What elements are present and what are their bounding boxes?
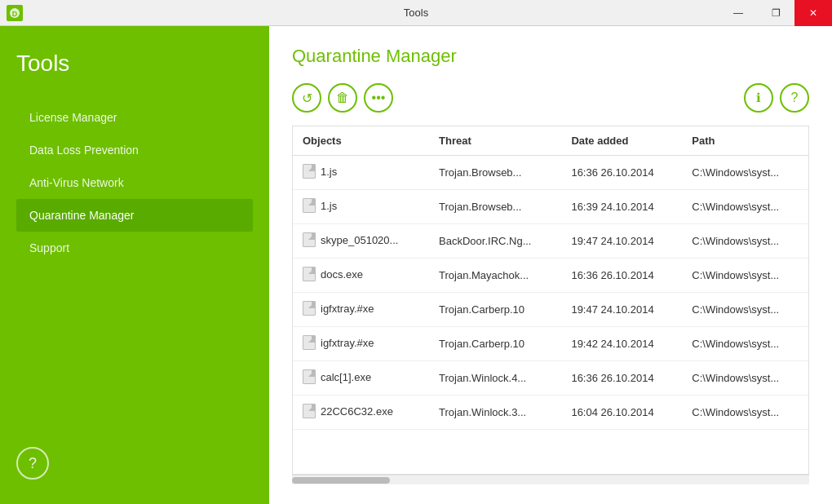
cell-date: 19:47 24.10.2014	[561, 293, 682, 327]
close-button[interactable]: ✕	[794, 0, 832, 26]
cell-threat: Trojan.Mayachok...	[429, 259, 561, 293]
table-row[interactable]: 22CC6C32.exe Trojan.Winlock.3... 16:04 2…	[293, 396, 808, 430]
file-icon	[303, 335, 316, 350]
cell-date: 16:36 26.10.2014	[561, 259, 682, 293]
cell-date: 19:42 24.10.2014	[561, 327, 682, 361]
horizontal-scrollbar[interactable]	[292, 475, 809, 484]
cell-threat: Trojan.Carberp.10	[429, 293, 561, 327]
toolbar: ↺ 🗑 ••• ℹ ?	[292, 83, 809, 113]
table-row[interactable]: docs.exe Trojan.Mayachok... 16:36 26.10.…	[293, 259, 808, 293]
window-title: Tools	[404, 7, 428, 19]
help-icon: ?	[29, 455, 37, 472]
cell-path: C:\Windows\syst...	[682, 293, 808, 327]
restore-icon: ↺	[302, 91, 312, 106]
col-objects: Objects	[293, 126, 429, 156]
cell-object: 22CC6C32.exe	[293, 396, 429, 430]
cell-path: C:\Windows\syst...	[682, 396, 808, 430]
col-threat: Threat	[429, 126, 561, 156]
table-header-row: Objects Threat Date added Path	[293, 126, 808, 156]
svg-text:D: D	[12, 10, 18, 18]
content-area: Quarantine Manager ↺ 🗑 ••• ℹ ?	[269, 26, 832, 504]
delete-button[interactable]: 🗑	[328, 83, 357, 113]
file-icon	[303, 164, 316, 179]
delete-icon: 🗑	[336, 91, 349, 105]
restore-button[interactable]: ↺	[292, 83, 321, 113]
window-controls: — ❐ ✕	[719, 0, 832, 26]
toolbar-left: ↺ 🗑 •••	[292, 83, 393, 113]
cell-date: 16:36 26.10.2014	[561, 361, 682, 396]
sidebar-help-button[interactable]: ?	[16, 447, 49, 480]
info-icon: ℹ	[756, 91, 761, 105]
cell-date: 16:36 26.10.2014	[561, 156, 682, 190]
cell-object: docs.exe	[293, 259, 429, 293]
cell-object: calc[1].exe	[293, 361, 429, 396]
cell-date: 16:39 24.10.2014	[561, 190, 682, 224]
titlebar-left: D	[0, 5, 29, 21]
table-row[interactable]: igfxtray.#xe Trojan.Carberp.10 19:47 24.…	[293, 293, 808, 327]
file-icon	[303, 404, 316, 418]
main-container: Tools License Manager Data Loss Preventi…	[0, 26, 832, 504]
cell-path: C:\Windows\syst...	[682, 190, 808, 224]
cell-object: igfxtray.#xe	[293, 293, 429, 327]
titlebar: D Tools — ❐ ✕	[0, 0, 832, 26]
file-icon	[303, 232, 316, 247]
table-row[interactable]: calc[1].exe Trojan.Winlock.4... 16:36 26…	[293, 361, 808, 396]
cell-path: C:\Windows\syst...	[682, 361, 808, 396]
more-icon: •••	[372, 91, 386, 105]
quarantine-table-container[interactable]: Objects Threat Date added Path 1.js Troj…	[292, 126, 809, 475]
restore-button[interactable]: ❐	[757, 0, 794, 26]
cell-path: C:\Windows\syst...	[682, 156, 808, 190]
table-row[interactable]: skype_051020... BackDoor.IRC.Ng... 19:47…	[293, 224, 808, 259]
scrollbar-thumb[interactable]	[292, 477, 390, 484]
file-icon	[303, 267, 316, 281]
col-path: Path	[682, 126, 808, 156]
table-row[interactable]: 1.js Trojan.Browseb... 16:36 26.10.2014 …	[293, 156, 808, 190]
cell-path: C:\Windows\syst...	[682, 327, 808, 361]
cell-threat: Trojan.Browseb...	[429, 156, 561, 190]
file-icon	[303, 301, 316, 316]
cell-path: C:\Windows\syst...	[682, 259, 808, 293]
sidebar-item-data-loss-prevention[interactable]: Data Loss Prevention	[16, 134, 253, 166]
app-icon: D	[7, 5, 23, 21]
table-row[interactable]: 1.js Trojan.Browseb... 16:39 24.10.2014 …	[293, 190, 808, 224]
cell-threat: Trojan.Carberp.10	[429, 327, 561, 361]
cell-object: skype_051020...	[293, 224, 429, 259]
cell-threat: BackDoor.IRC.Ng...	[429, 224, 561, 259]
cell-object: 1.js	[293, 190, 429, 224]
cell-threat: Trojan.Winlock.4...	[429, 361, 561, 396]
sidebar-item-license-manager[interactable]: License Manager	[16, 101, 253, 134]
question-icon: ?	[791, 91, 799, 105]
cell-date: 19:47 24.10.2014	[561, 224, 682, 259]
help-button[interactable]: ?	[780, 83, 809, 113]
cell-object: 1.js	[293, 156, 429, 190]
sidebar-item-anti-virus-network[interactable]: Anti-Virus Network	[16, 166, 253, 199]
cell-threat: Trojan.Browseb...	[429, 190, 561, 224]
more-button[interactable]: •••	[364, 83, 393, 113]
sidebar-title: Tools	[16, 51, 253, 77]
quarantine-table: Objects Threat Date added Path 1.js Troj…	[293, 126, 808, 430]
info-button[interactable]: ℹ	[744, 83, 773, 113]
sidebar-item-quarantine-manager[interactable]: Quarantine Manager	[16, 199, 253, 232]
cell-threat: Trojan.Winlock.3...	[429, 396, 561, 430]
table-row[interactable]: igfxtray.#xe Trojan.Carberp.10 19:42 24.…	[293, 327, 808, 361]
cell-date: 16:04 26.10.2014	[561, 396, 682, 430]
sidebar-footer: ?	[16, 431, 253, 480]
sidebar-item-support[interactable]: Support	[16, 232, 253, 264]
file-icon	[303, 369, 316, 384]
sidebar: Tools License Manager Data Loss Preventi…	[0, 26, 269, 504]
page-title: Quarantine Manager	[292, 46, 809, 67]
file-icon	[303, 198, 316, 213]
minimize-button[interactable]: —	[719, 0, 757, 26]
col-date: Date added	[561, 126, 682, 156]
toolbar-right: ℹ ?	[744, 83, 809, 113]
cell-path: C:\Windows\syst...	[682, 224, 808, 259]
sidebar-nav: License Manager Data Loss Prevention Ant…	[16, 101, 253, 431]
cell-object: igfxtray.#xe	[293, 327, 429, 361]
